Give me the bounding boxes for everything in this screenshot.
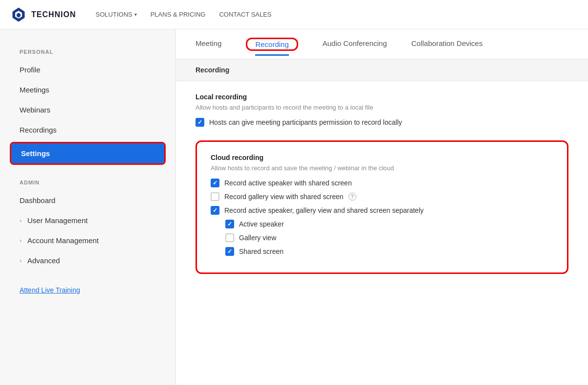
nav-solutions[interactable]: SOLUTIONS ▾ bbox=[96, 11, 137, 18]
help-icon[interactable]: ? bbox=[348, 193, 356, 201]
cloud-recording-desc: Allow hosts to record and save the meeti… bbox=[211, 164, 553, 172]
sidebar-item-profile-label: Profile bbox=[20, 66, 41, 74]
cloud-checkbox-4[interactable] bbox=[225, 233, 234, 242]
local-recording-checkbox-row-0: Hosts can give meeting participants perm… bbox=[196, 118, 568, 127]
cloud-checkbox-row-4: Gallery view bbox=[225, 233, 553, 242]
logo[interactable]: TECHNION bbox=[10, 6, 76, 23]
cloud-label-0: Record active speaker with shared screen bbox=[224, 179, 352, 187]
tab-audio-conferencing[interactable]: Audio Conferencing bbox=[323, 29, 387, 59]
personal-section-title: PERSONAL bbox=[0, 49, 175, 55]
sidebar-item-meetings-label: Meetings bbox=[20, 86, 49, 94]
sidebar-item-user-management[interactable]: › User Management bbox=[0, 210, 175, 230]
sidebar-item-account-management[interactable]: › Account Management bbox=[0, 230, 175, 250]
top-nav: TECHNION SOLUTIONS ▾ PLANS & PRICING CON… bbox=[0, 0, 588, 29]
section-body: Local recording Allow hosts and particip… bbox=[176, 81, 588, 295]
sidebar-item-advanced[interactable]: › Advanced bbox=[0, 250, 175, 271]
layout: PERSONAL Profile Meetings Webinars Recor… bbox=[0, 29, 588, 385]
content-area: Recording Local recording Allow hosts an… bbox=[176, 59, 588, 295]
nav-items: SOLUTIONS ▾ PLANS & PRICING CONTACT SALE… bbox=[96, 11, 272, 18]
cloud-label-1: Record gallery view with shared screen bbox=[224, 193, 344, 201]
cloud-checkbox-row-3: Active speaker bbox=[225, 220, 553, 228]
local-recording-desc: Allow hosts and participants to record t… bbox=[196, 104, 568, 111]
settings-outline: Settings bbox=[10, 142, 166, 165]
nav-contact-label: CONTACT SALES bbox=[219, 11, 271, 18]
local-recording-checkbox-0[interactable] bbox=[196, 118, 204, 127]
cloud-recording-title: Cloud recording bbox=[211, 154, 553, 161]
cloud-label-3: Active speaker bbox=[239, 220, 284, 228]
tab-recording-wrapper: Recording bbox=[246, 38, 298, 51]
local-recording-label-0: Hosts can give meeting participants perm… bbox=[209, 118, 402, 126]
admin-section-title: ADMIN bbox=[0, 180, 175, 185]
cloud-label-4: Gallery view bbox=[239, 234, 276, 242]
logo-text: TECHNION bbox=[31, 10, 76, 19]
tabs-bar: Meeting Recording Audio Conferencing Col… bbox=[176, 29, 588, 59]
chevron-down-icon: ▾ bbox=[134, 12, 137, 17]
cloud-checkbox-0[interactable] bbox=[211, 179, 219, 187]
sidebar-item-advanced-label: Advanced bbox=[27, 256, 60, 265]
sidebar-item-recordings-label: Recordings bbox=[20, 126, 57, 134]
nav-plans-pricing[interactable]: PLANS & PRICING bbox=[151, 11, 206, 18]
sidebar-item-webinars[interactable]: Webinars bbox=[0, 100, 175, 120]
logo-icon bbox=[10, 6, 27, 23]
sidebar-item-profile[interactable]: Profile bbox=[0, 60, 175, 80]
local-recording-title: Local recording bbox=[196, 93, 568, 101]
cloud-checkbox-3[interactable] bbox=[225, 220, 234, 228]
chevron-right-icon: › bbox=[20, 237, 22, 244]
cloud-checkbox-row-5: Shared screen bbox=[225, 247, 553, 256]
sidebar-item-user-management-label: User Management bbox=[27, 216, 87, 225]
sidebar-training-link[interactable]: Attend Live Training bbox=[0, 280, 175, 300]
sidebar: PERSONAL Profile Meetings Webinars Recor… bbox=[0, 29, 176, 385]
tab-recording[interactable]: Recording bbox=[255, 34, 288, 56]
nav-plans-label: PLANS & PRICING bbox=[151, 11, 206, 18]
nav-contact-sales[interactable]: CONTACT SALES bbox=[219, 11, 271, 18]
cloud-checkbox-1[interactable] bbox=[211, 192, 219, 201]
nav-solutions-label: SOLUTIONS bbox=[96, 11, 132, 18]
sidebar-item-settings[interactable]: Settings bbox=[11, 143, 164, 163]
tab-meeting[interactable]: Meeting bbox=[196, 29, 221, 59]
sidebar-item-settings-label: Settings bbox=[21, 149, 50, 158]
sidebar-item-dashboard-label: Dashboard bbox=[20, 196, 55, 204]
chevron-right-icon: › bbox=[20, 217, 22, 224]
cloud-label-2: Record active speaker, gallery view and … bbox=[224, 206, 424, 214]
local-recording-group: Local recording Allow hosts and particip… bbox=[196, 93, 568, 127]
cloud-checkbox-row-2: Record active speaker, gallery view and … bbox=[211, 206, 553, 215]
cloud-checkbox-row-0: Record active speaker with shared screen bbox=[211, 179, 553, 187]
sidebar-item-webinars-label: Webinars bbox=[20, 106, 50, 114]
main-content: Meeting Recording Audio Conferencing Col… bbox=[176, 29, 588, 385]
cloud-label-5: Shared screen bbox=[239, 248, 283, 255]
sidebar-item-meetings[interactable]: Meetings bbox=[0, 80, 175, 100]
tab-collaboration-devices[interactable]: Collaboration Devices bbox=[412, 29, 483, 59]
recording-section-header: Recording bbox=[176, 59, 588, 81]
chevron-right-icon: › bbox=[20, 257, 22, 264]
cloud-recording-box: Cloud recording Allow hosts to record an… bbox=[196, 140, 568, 274]
sidebar-item-recordings[interactable]: Recordings bbox=[0, 120, 175, 140]
cloud-checkbox-5[interactable] bbox=[225, 247, 234, 256]
sidebar-item-dashboard[interactable]: Dashboard bbox=[0, 190, 175, 210]
cloud-checkbox-2[interactable] bbox=[211, 206, 219, 215]
sidebar-item-account-management-label: Account Management bbox=[27, 236, 99, 245]
cloud-checkbox-row-1: Record gallery view with shared screen ? bbox=[211, 192, 553, 201]
